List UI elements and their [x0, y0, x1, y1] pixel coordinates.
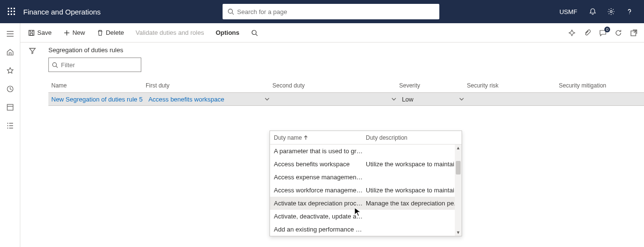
- messages-icon[interactable]: 0: [599, 29, 607, 37]
- quick-filter[interactable]: [48, 58, 141, 72]
- dropdown-row-name: Access workforce management ...: [270, 187, 363, 194]
- svg-line-30: [255, 34, 257, 36]
- svg-rect-7: [11, 14, 12, 15]
- dropdown-row-desc: Manage the tax depreciation pe...: [363, 200, 462, 207]
- scroll-down-icon[interactable]: ▼: [455, 229, 462, 236]
- col-header-second-duty[interactable]: Second duty: [270, 82, 396, 89]
- svg-line-10: [232, 13, 234, 15]
- home-icon[interactable]: [5, 47, 15, 57]
- svg-point-11: [610, 11, 612, 13]
- star-icon[interactable]: [5, 66, 15, 75]
- delete-label: Delete: [106, 29, 124, 36]
- sort-ascending-icon: [304, 135, 308, 140]
- save-button[interactable]: Save: [24, 27, 56, 38]
- filter-search-icon: [52, 62, 58, 68]
- svg-rect-3: [8, 11, 9, 12]
- col-header-name[interactable]: Name: [48, 82, 143, 89]
- col-header-risk[interactable]: Security risk: [464, 82, 556, 89]
- col-header-severity[interactable]: Severity: [396, 82, 464, 89]
- left-nav-rail: [0, 23, 20, 247]
- dropdown-row[interactable]: Activate tax depreciation processManage …: [270, 197, 462, 210]
- new-button[interactable]: New: [60, 27, 89, 38]
- dropdown-row[interactable]: Access expense management w...: [270, 171, 462, 184]
- chevron-down-icon[interactable]: [391, 97, 396, 102]
- grid-header: Name First duty Second duty Severity Sec…: [48, 79, 644, 92]
- svg-rect-5: [14, 11, 15, 12]
- svg-point-9: [228, 9, 233, 14]
- hamburger-icon[interactable]: [5, 29, 15, 39]
- dropdown-row[interactable]: Access benefits workspaceUtilize the wor…: [270, 158, 462, 171]
- cell-first-duty[interactable]: Access benefits workspace: [149, 96, 270, 103]
- copilot-icon[interactable]: [568, 29, 576, 37]
- dropdown-header: Duty name Duty description: [270, 131, 462, 145]
- scroll-thumb[interactable]: [456, 161, 461, 174]
- dropdown-row-name: Activate, deactivate, update and...: [270, 213, 363, 220]
- modules-icon[interactable]: [5, 121, 15, 131]
- options-label: Options: [216, 29, 240, 36]
- new-label: New: [73, 29, 85, 36]
- svg-point-29: [252, 30, 256, 34]
- dropdown-row-name: Add an existing performance jo...: [270, 226, 363, 233]
- scroll-up-icon[interactable]: ▲: [455, 145, 462, 151]
- help-icon[interactable]: [625, 7, 634, 16]
- dropdown-scrollbar[interactable]: ▲ ▼: [455, 145, 462, 236]
- svg-line-33: [56, 66, 58, 67]
- svg-point-32: [53, 62, 57, 66]
- recent-icon[interactable]: [5, 84, 15, 94]
- workspace-icon[interactable]: [5, 102, 15, 112]
- dropdown-row-desc: Utilize the workspace to maintai...: [363, 160, 462, 168]
- filter-pane-icon[interactable]: [28, 46, 37, 55]
- dropdown-row-name: Activate tax depreciation process: [270, 200, 363, 207]
- company-label[interactable]: USMF: [559, 8, 577, 15]
- svg-rect-1: [11, 8, 12, 9]
- dropdown-row[interactable]: A parameter that is used to gro...: [270, 145, 462, 158]
- gear-icon[interactable]: [606, 7, 616, 16]
- quick-filter-input[interactable]: [61, 61, 138, 69]
- search-icon: [227, 8, 234, 15]
- dropdown-row[interactable]: Activate, deactivate, update and...: [270, 210, 462, 223]
- cell-severity[interactable]: Low: [402, 96, 464, 103]
- dropdown-row-desc: Utilize the workspace to maintai...: [363, 187, 462, 194]
- bell-icon[interactable]: [588, 7, 598, 16]
- dropdown-row-name: Access expense management w...: [270, 174, 363, 181]
- refresh-icon[interactable]: [614, 29, 623, 37]
- col-header-mitigation[interactable]: Security mitigation: [556, 82, 644, 89]
- command-search-button[interactable]: [247, 28, 262, 38]
- col-header-first-duty[interactable]: First duty: [143, 82, 270, 89]
- search-input[interactable]: [237, 8, 434, 15]
- dropdown-row[interactable]: Add an existing performance jo...: [270, 223, 462, 236]
- dropdown-row-name: A parameter that is used to gro...: [270, 147, 363, 155]
- svg-rect-6: [8, 14, 9, 15]
- svg-rect-26: [30, 33, 32, 35]
- validate-duties-button[interactable]: Validate duties and roles: [132, 27, 208, 38]
- dropdown-col-name[interactable]: Duty name: [270, 134, 363, 141]
- svg-rect-8: [14, 14, 15, 15]
- top-header: Finance and Operations USMF: [0, 0, 644, 23]
- messages-badge: 0: [604, 27, 610, 32]
- command-bar: Save New Delete Validate duties and role…: [20, 23, 644, 43]
- save-label: Save: [37, 29, 52, 36]
- svg-rect-17: [7, 104, 13, 110]
- svg-rect-2: [14, 8, 15, 9]
- delete-button[interactable]: Delete: [93, 27, 128, 38]
- dropdown-row-name: Access benefits workspace: [270, 160, 363, 168]
- attachment-icon[interactable]: [583, 29, 592, 37]
- dropdown-row[interactable]: Access workforce management ...Utilize t…: [270, 184, 462, 197]
- options-button[interactable]: Options: [212, 27, 243, 38]
- rules-grid: Name First duty Second duty Severity Sec…: [48, 79, 644, 106]
- second-duty-dropdown: Duty name Duty description A parameter t…: [270, 131, 462, 236]
- svg-rect-25: [29, 30, 34, 35]
- validate-label: Validate duties and roles: [135, 29, 204, 36]
- cell-name[interactable]: New Segregation of duties rule 5: [51, 96, 143, 103]
- grid-row[interactable]: New Segregation of duties rule 5 Access …: [48, 92, 644, 106]
- global-search[interactable]: [223, 4, 439, 19]
- app-launcher-icon[interactable]: [4, 4, 19, 19]
- dropdown-col-desc[interactable]: Duty description: [363, 134, 462, 141]
- popout-icon[interactable]: [629, 29, 638, 37]
- chevron-down-icon[interactable]: [265, 97, 270, 102]
- chevron-down-icon[interactable]: [459, 97, 464, 102]
- app-title: Finance and Operations: [23, 8, 101, 16]
- svg-rect-0: [8, 8, 9, 9]
- page-title: Segregation of duties rules: [48, 46, 644, 54]
- svg-point-12: [629, 14, 629, 14]
